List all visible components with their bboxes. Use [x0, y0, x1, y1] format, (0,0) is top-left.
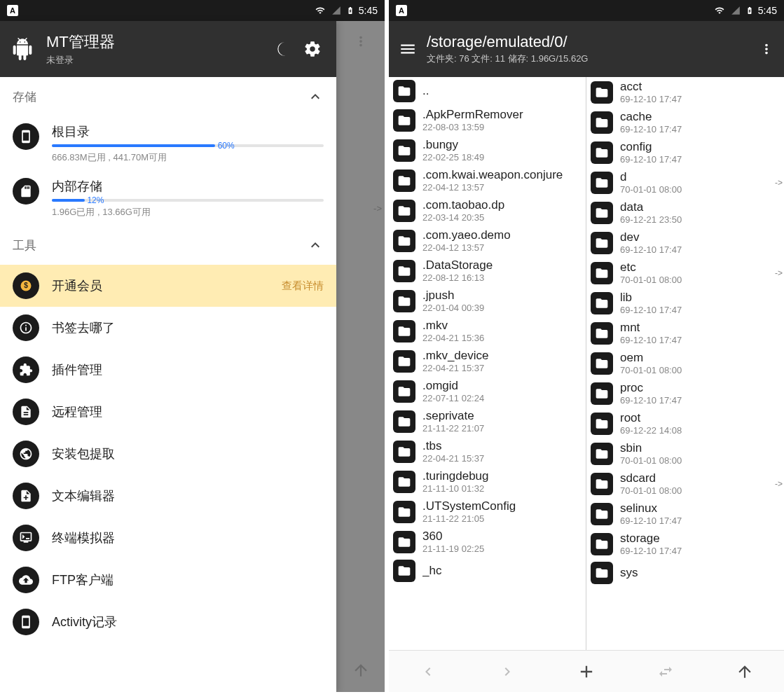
tool-item[interactable]: 书签去哪了	[0, 307, 336, 349]
file-row[interactable]: .turingdebug21-11-10 01:32	[389, 466, 586, 497]
settings-icon[interactable]	[298, 35, 326, 63]
file-row[interactable]: storage69-12-10 17:47	[586, 529, 784, 559]
file-row[interactable]: .seprivate21-11-22 21:07	[389, 406, 586, 436]
tool-vip[interactable]: $ 开通会员 查看详情	[0, 265, 336, 307]
folder-icon	[393, 380, 415, 403]
folder-icon	[393, 320, 415, 342]
tool-item[interactable]: FTP客户端	[0, 559, 336, 601]
file-row[interactable]: .com.yaeo.demo22-04-12 13:57	[389, 226, 586, 256]
path-text[interactable]: /storage/emulated/0/	[427, 33, 759, 51]
file-row[interactable]: _hc	[389, 557, 586, 585]
folder-icon	[591, 141, 613, 164]
file-row[interactable]: .mkv22-04-21 15:36	[389, 316, 586, 346]
symlink-indicator: ->	[775, 268, 783, 278]
dark-mode-icon[interactable]	[270, 35, 298, 63]
file-row[interactable]: acct69-12-10 17:47	[586, 77, 784, 107]
file-date: 70-01-01 08:00	[620, 275, 780, 285]
file-row[interactable]: .omgid22-07-11 02:24	[389, 376, 586, 406]
file-name: .tbs	[422, 439, 582, 453]
up-arrow-icon[interactable]	[729, 656, 760, 687]
cloud-icon	[13, 567, 39, 593]
folder-icon	[393, 230, 415, 252]
file-name: 360	[422, 530, 582, 544]
folder-icon	[393, 200, 415, 222]
file-name: root	[620, 411, 780, 425]
tool-label: 终端模拟器	[52, 530, 115, 546]
file-date: 21-11-19 02:25	[422, 544, 582, 554]
file-name: .com.yaeo.demo	[422, 228, 582, 242]
folder-icon	[591, 81, 613, 104]
file-row[interactable]: .jpush22-01-04 00:39	[389, 286, 586, 316]
up-arrow-icon[interactable]	[352, 661, 370, 679]
file-name: cache	[620, 110, 780, 124]
forward-icon[interactable]	[492, 656, 523, 687]
file-row[interactable]: .DataStorage22-08-12 16:13	[389, 256, 586, 286]
tool-label: 开通会员	[52, 277, 102, 294]
file-row[interactable]: sdcard70-01-01 08:00->	[586, 469, 784, 499]
file-row[interactable]: ..	[389, 77, 586, 105]
tool-item[interactable]: 安装包提取	[0, 433, 336, 475]
status-time: 5:45	[359, 5, 378, 16]
file-row[interactable]: .mkv_device22-04-21 15:37	[389, 346, 586, 376]
add-icon[interactable]	[571, 656, 602, 687]
storage-internal[interactable]: 内部存储 12% 1.96G已用 , 13.66G可用	[0, 171, 336, 226]
file-row[interactable]: oem70-01-01 08:00	[586, 348, 784, 378]
file-name: sdcard	[620, 471, 780, 485]
stats-text: 文件夹: 76 文件: 11 储存: 1.96G/15.62G	[427, 53, 759, 65]
app-subtitle: 未登录	[46, 54, 270, 67]
file-name: .mkv	[422, 319, 582, 333]
tool-item[interactable]: 远程管理	[0, 391, 336, 433]
file-row[interactable]: data69-12-21 23:50	[586, 198, 784, 228]
file-row[interactable]: lib69-12-10 17:47	[586, 288, 784, 318]
file-row[interactable]: d70-01-01 08:00->	[586, 167, 784, 198]
back-icon[interactable]	[413, 656, 443, 687]
file-pane-left[interactable]: ...ApkPermRemover22-08-03 13:59.bungy22-…	[389, 77, 586, 650]
navigation-drawer: MT管理器 未登录 存储 根目录 60% 666.83M已用 , 441.70M…	[0, 21, 336, 692]
file-row[interactable]: config69-12-10 17:47	[586, 137, 784, 167]
file-row[interactable]: proc69-12-10 17:47	[586, 378, 784, 408]
file-row[interactable]: sbin70-01-01 08:00	[586, 438, 784, 469]
file-name: data	[620, 200, 780, 214]
file-date: 69-12-10 17:47	[620, 154, 780, 165]
keyboard-indicator-icon: A	[396, 5, 407, 16]
file-row[interactable]: sys	[586, 559, 784, 587]
file-row[interactable]: .com.kwai.weapon.conjure22-04-12 13:57	[389, 165, 586, 195]
file-row[interactable]: .UTSystemConfig21-11-22 21:05	[389, 497, 586, 527]
symlink-indicator: ->	[775, 479, 783, 489]
tool-item[interactable]: 插件管理	[0, 349, 336, 391]
tool-item[interactable]: Activity记录	[0, 601, 336, 643]
folder-icon	[591, 352, 613, 375]
file-name: dev	[620, 230, 780, 244]
battery-charging-icon	[745, 5, 754, 16]
overflow-icon[interactable]	[759, 41, 774, 57]
overflow-icon[interactable]	[353, 34, 369, 49]
file-row[interactable]: mnt69-12-10 17:47	[586, 318, 784, 348]
wifi-icon	[713, 6, 726, 15]
file-name: oem	[620, 351, 780, 365]
file-row[interactable]: dev69-12-10 17:47	[586, 228, 784, 258]
package-icon	[13, 483, 39, 509]
tool-item[interactable]: 终端模拟器	[0, 517, 336, 559]
folder-icon	[393, 410, 415, 433]
file-row[interactable]: 36021-11-19 02:25	[389, 527, 586, 557]
tool-item[interactable]: 文本编辑器	[0, 475, 336, 517]
file-row[interactable]: .bungy22-02-25 18:49	[389, 135, 586, 165]
file-row[interactable]: .com.taobao.dp22-03-14 20:35	[389, 195, 586, 226]
file-date: 69-12-10 17:47	[620, 244, 780, 255]
file-row[interactable]: root69-12-22 14:08	[586, 408, 784, 438]
file-row[interactable]: etc70-01-01 08:00->	[586, 258, 784, 288]
storage-root[interactable]: 根目录 60% 666.83M已用 , 441.70M可用	[0, 116, 336, 171]
tools-section-header[interactable]: 工具	[0, 226, 336, 265]
file-name: config	[620, 140, 780, 154]
file-row[interactable]: selinux69-12-10 17:47	[586, 499, 784, 529]
file-pane-right[interactable]: acct69-12-10 17:47cache69-12-10 17:47con…	[586, 77, 784, 650]
swap-icon[interactable]	[650, 656, 681, 687]
menu-icon[interactable]	[399, 40, 417, 58]
file-row[interactable]: cache69-12-10 17:47	[586, 107, 784, 137]
file-row[interactable]: .ApkPermRemover22-08-03 13:59	[389, 105, 586, 135]
storage-section-header[interactable]: 存储	[0, 77, 336, 116]
link-indicators: ->	[373, 203, 382, 214]
file-row[interactable]: .tbs22-04-21 15:37	[389, 436, 586, 466]
folder-icon	[591, 443, 613, 465]
file-name: d	[620, 170, 780, 184]
